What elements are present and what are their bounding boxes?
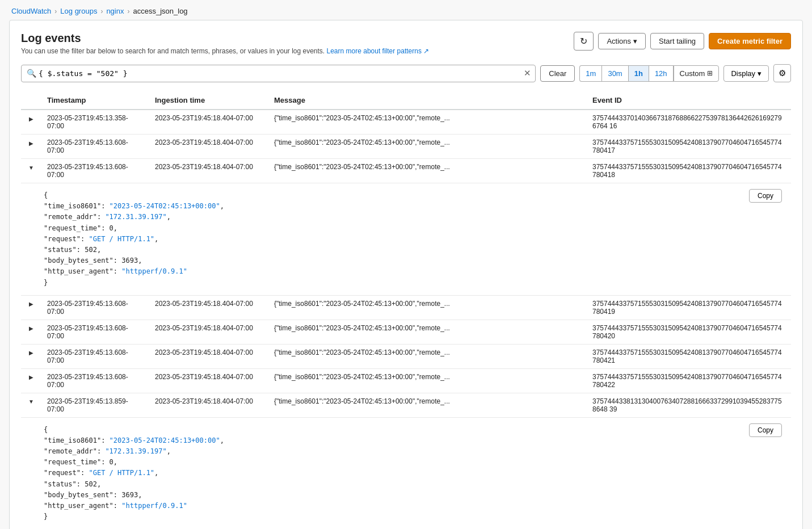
cell-eventid: 3757444338131304007634072881666337299103… xyxy=(587,393,791,417)
cell-message: {"time_iso8601":"2023-05-24T02:45:13+00:… xyxy=(268,368,587,393)
row-expand-toggle[interactable] xyxy=(27,138,36,148)
breadcrumb: CloudWatch › Log groups › nginx › access… xyxy=(0,0,812,20)
filter-input[interactable] xyxy=(21,65,536,82)
filter-bar: 🔍 ✕ Clear 1m 30m 1h 12h Custom ⊞ Display… xyxy=(21,64,791,82)
refresh-button[interactable]: ↻ xyxy=(574,32,594,51)
cell-timestamp: 2023-05-23T19:45:13.859-07:00 xyxy=(41,393,149,417)
actions-button[interactable]: Actions ▾ xyxy=(598,33,646,49)
expanded-cell: Copy{ "time_iso8601": "2023-05-24T02:45:… xyxy=(21,417,791,529)
cell-message: {"time_iso8601":"2023-05-24T02:45:13+00:… xyxy=(268,393,587,417)
cell-timestamp: 2023-05-23T19:45:13.608-07:00 xyxy=(41,135,149,159)
cell-eventid: 3757444337571555303150954240813790770460… xyxy=(587,344,791,368)
cell-timestamp: 2023-05-23T19:45:13.608-07:00 xyxy=(41,368,149,393)
json-content: { "time_iso8601": "2023-05-24T02:45:13+0… xyxy=(44,425,780,523)
table-header: Timestamp Ingestion time Message Event I… xyxy=(21,91,791,110)
create-metric-filter-button[interactable]: Create metric filter xyxy=(709,33,791,49)
cell-eventid: 3757444337014036673187688662275397813644… xyxy=(587,110,791,135)
table-row: 2023-05-23T19:45:13.608-07:002023-05-23T… xyxy=(21,159,791,183)
gear-icon xyxy=(779,68,786,78)
breadcrumb-cloudwatch[interactable]: CloudWatch xyxy=(11,7,51,15)
col-header-ingestion: Ingestion time xyxy=(149,91,268,110)
copy-button[interactable]: Copy xyxy=(749,189,782,203)
cell-timestamp: 2023-05-23T19:45:13.608-07:00 xyxy=(41,320,149,344)
page-header-left: Log events You can use the filter bar be… xyxy=(21,32,429,55)
time-30m-button[interactable]: 30m xyxy=(601,65,628,82)
cell-eventid: 3757444337571555303150954240813790770460… xyxy=(587,320,791,344)
actions-label: Actions xyxy=(607,37,631,45)
page-header-right: ↻ Actions ▾ Start tailing Create metric … xyxy=(574,32,791,51)
table-row: 2023-05-23T19:45:13.608-07:002023-05-23T… xyxy=(21,344,791,368)
custom-grid-icon: ⊞ xyxy=(707,69,713,77)
display-button[interactable]: Display ▾ xyxy=(723,65,769,82)
expanded-cell: Copy{ "time_iso8601": "2023-05-24T02:45:… xyxy=(21,183,791,296)
page-title: Log events xyxy=(21,32,429,45)
start-tailing-button[interactable]: Start tailing xyxy=(650,33,704,49)
cell-message: {"time_iso8601":"2023-05-24T02:45:13+00:… xyxy=(268,159,587,183)
col-header-toggle xyxy=(21,91,41,110)
table-row: 2023-05-23T19:45:13.608-07:002023-05-23T… xyxy=(21,295,791,320)
row-expand-toggle[interactable] xyxy=(27,300,36,309)
expanded-content: Copy{ "time_iso8601": "2023-05-24T02:45:… xyxy=(21,183,791,295)
table-body: 2023-05-23T19:45:13.358-07:002023-05-23T… xyxy=(21,110,791,529)
cell-ingestion: 2023-05-23T19:45:18.404-07:00 xyxy=(149,393,268,417)
cell-eventid: 3757444337571555303150954240813790770460… xyxy=(587,159,791,183)
cell-ingestion: 2023-05-23T19:45:18.404-07:00 xyxy=(149,344,268,368)
json-content: { "time_iso8601": "2023-05-24T02:45:13+0… xyxy=(44,190,780,288)
filter-input-wrap: 🔍 ✕ xyxy=(21,65,536,82)
cell-message: {"time_iso8601":"2023-05-24T02:45:13+00:… xyxy=(268,320,587,344)
cell-ingestion: 2023-05-23T19:45:18.404-07:00 xyxy=(149,368,268,393)
cell-ingestion: 2023-05-23T19:45:18.404-07:00 xyxy=(149,110,268,135)
table-row: 2023-05-23T19:45:13.859-07:002023-05-23T… xyxy=(21,393,791,417)
row-expand-toggle[interactable] xyxy=(27,114,36,123)
cell-eventid: 3757444337571555303150954240813790770460… xyxy=(587,135,791,159)
cell-timestamp: 2023-05-23T19:45:13.608-07:00 xyxy=(41,295,149,320)
time-12h-button[interactable]: 12h xyxy=(649,65,674,82)
cell-ingestion: 2023-05-23T19:45:18.404-07:00 xyxy=(149,295,268,320)
actions-chevron-icon: ▾ xyxy=(633,37,637,45)
time-1h-button[interactable]: 1h xyxy=(628,65,649,82)
breadcrumb-sep-3: › xyxy=(127,7,129,15)
row-expand-toggle[interactable] xyxy=(27,163,36,172)
cell-ingestion: 2023-05-23T19:45:18.404-07:00 xyxy=(149,135,268,159)
breadcrumb-loggroups[interactable]: Log groups xyxy=(60,7,97,15)
time-1m-button[interactable]: 1m xyxy=(579,65,601,82)
cell-timestamp: 2023-05-23T19:45:13.608-07:00 xyxy=(41,159,149,183)
main-panel: Log events You can use the filter bar be… xyxy=(9,20,803,529)
table-row: 2023-05-23T19:45:13.608-07:002023-05-23T… xyxy=(21,368,791,393)
page-header: Log events You can use the filter bar be… xyxy=(21,32,791,55)
cell-ingestion: 2023-05-23T19:45:18.404-07:00 xyxy=(149,159,268,183)
row-expand-toggle[interactable] xyxy=(27,349,36,358)
col-header-message: Message xyxy=(268,91,587,110)
row-expand-toggle[interactable] xyxy=(27,397,36,406)
table-row-expanded: Copy{ "time_iso8601": "2023-05-24T02:45:… xyxy=(21,417,791,529)
row-expand-toggle[interactable] xyxy=(27,324,36,333)
filter-patterns-link[interactable]: Learn more about filter patterns ↗ xyxy=(327,47,430,55)
row-expand-toggle[interactable] xyxy=(27,373,36,382)
expanded-content: Copy{ "time_iso8601": "2023-05-24T02:45:… xyxy=(21,418,791,529)
copy-button[interactable]: Copy xyxy=(749,423,782,437)
cell-timestamp: 2023-05-23T19:45:13.358-07:00 xyxy=(41,110,149,135)
breadcrumb-sep-1: › xyxy=(54,7,57,15)
table-row: 2023-05-23T19:45:13.608-07:002023-05-23T… xyxy=(21,320,791,344)
col-header-timestamp: Timestamp xyxy=(41,91,149,110)
refresh-icon: ↻ xyxy=(580,36,587,47)
breadcrumb-nginx[interactable]: nginx xyxy=(106,7,124,15)
breadcrumb-sep-2: › xyxy=(100,7,103,15)
col-header-eventid: Event ID xyxy=(587,91,791,110)
cell-ingestion: 2023-05-23T19:45:18.404-07:00 xyxy=(149,320,268,344)
search-icon: 🔍 xyxy=(27,69,36,78)
table-row: 2023-05-23T19:45:13.358-07:002023-05-23T… xyxy=(21,110,791,135)
clear-input-button[interactable]: ✕ xyxy=(524,68,531,78)
cell-message: {"time_iso8601":"2023-05-24T02:45:13+00:… xyxy=(268,295,587,320)
clear-button[interactable]: Clear xyxy=(540,65,575,82)
cell-message: {"time_iso8601":"2023-05-24T02:45:13+00:… xyxy=(268,344,587,368)
cell-message: {"time_iso8601":"2023-05-24T02:45:13+00:… xyxy=(268,110,587,135)
cell-message: {"time_iso8601":"2023-05-24T02:45:13+00:… xyxy=(268,135,587,159)
table-row-expanded: Copy{ "time_iso8601": "2023-05-24T02:45:… xyxy=(21,183,791,296)
cell-timestamp: 2023-05-23T19:45:13.608-07:00 xyxy=(41,344,149,368)
time-custom-button[interactable]: Custom ⊞ xyxy=(674,65,720,82)
settings-button[interactable] xyxy=(773,64,791,82)
breadcrumb-current: access_json_log xyxy=(133,7,187,15)
cell-eventid: 3757444337571555303150954240813790770460… xyxy=(587,368,791,393)
time-range-buttons: 1m 30m 1h 12h Custom ⊞ xyxy=(579,65,719,82)
